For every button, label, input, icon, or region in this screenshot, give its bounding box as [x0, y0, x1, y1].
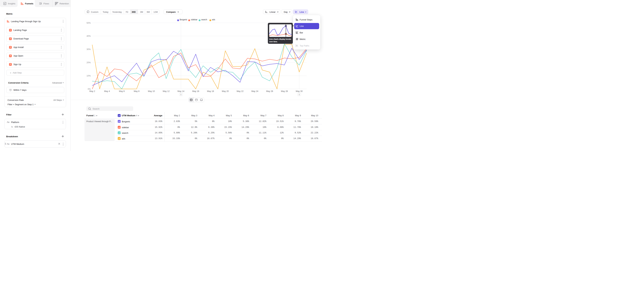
svg-text:May 18: May 18 [207, 90, 214, 92]
svg-text:May 2: May 2 [90, 90, 95, 92]
svg-text:0%: 0% [88, 88, 91, 90]
svg-text:20%: 20% [86, 62, 91, 64]
svg-text:May 12: May 12 [163, 90, 170, 92]
svg-text:May 6: May 6 [119, 90, 124, 92]
svg-text:50%: 50% [86, 22, 91, 24]
svg-text:May 20: May 20 [222, 90, 229, 92]
svg-text:May 8: May 8 [134, 90, 139, 92]
svg-text:May 28: May 28 [281, 90, 288, 92]
svg-text:May 16: May 16 [192, 90, 199, 92]
svg-text:1: 1 [299, 94, 300, 96]
svg-text:May 30: May 30 [296, 90, 303, 92]
svg-text:May 14: May 14 [178, 90, 184, 92]
svg-text:30%: 30% [86, 48, 91, 50]
svg-text:May 10: May 10 [148, 90, 155, 92]
svg-text:10%: 10% [86, 75, 91, 77]
svg-text:1: 1 [180, 94, 182, 96]
svg-text:May 22: May 22 [237, 90, 244, 92]
svg-text:May 26: May 26 [266, 90, 273, 92]
svg-text:May 4: May 4 [104, 90, 110, 92]
svg-text:May 24: May 24 [252, 90, 258, 92]
svg-text:40%: 40% [86, 35, 91, 37]
